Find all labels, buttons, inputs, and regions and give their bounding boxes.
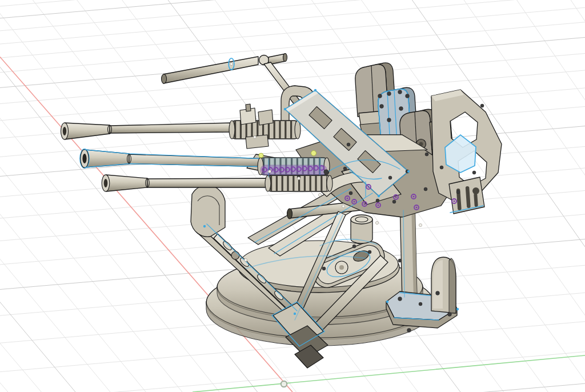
origin-marker — [281, 381, 287, 387]
grid-line — [0, 0, 219, 392]
grid-line — [0, 0, 585, 18]
slotted-bracket[interactable] — [449, 177, 484, 214]
viewport-canvas[interactable] — [0, 0, 585, 392]
grid-line — [0, 0, 110, 392]
grid-line — [0, 22, 585, 73]
grid-line — [0, 0, 585, 31]
grid-line — [0, 383, 585, 392]
grid-line — [0, 0, 146, 392]
grid-line — [0, 352, 585, 392]
grid-line — [0, 7, 585, 58]
gun-barrel-2-selected[interactable] — [80, 149, 330, 175]
snap-point[interactable] — [259, 153, 263, 158]
z-axis-line — [193, 355, 585, 392]
grid-line — [0, 0, 585, 6]
seat-backrest[interactable] — [431, 257, 456, 313]
grid-line — [0, 0, 585, 44]
snap-point[interactable] — [311, 151, 316, 156]
grid-line — [571, 0, 585, 392]
gun-barrel-1[interactable] — [61, 104, 301, 149]
grid-line — [0, 37, 585, 87]
carriage-lobe-plate[interactable] — [191, 185, 225, 237]
